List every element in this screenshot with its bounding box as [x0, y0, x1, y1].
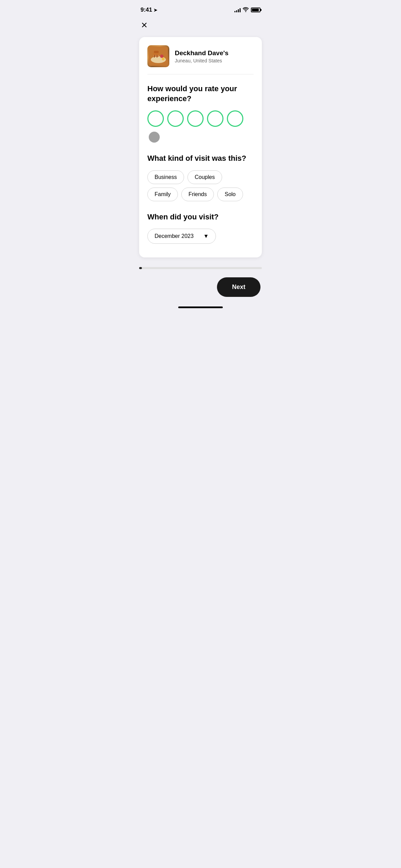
- rating-circle-2[interactable]: [167, 110, 184, 127]
- wifi-icon: [243, 7, 249, 13]
- chip-friends[interactable]: Friends: [181, 188, 214, 201]
- visit-type-section: What kind of visit was this? Business Co…: [147, 154, 254, 201]
- chip-family[interactable]: Family: [147, 188, 178, 201]
- svg-point-5: [160, 55, 163, 58]
- battery-icon: [251, 8, 260, 12]
- restaurant-image: [147, 45, 169, 67]
- rating-slider-handle[interactable]: [149, 132, 160, 143]
- svg-rect-4: [154, 51, 159, 53]
- chip-solo[interactable]: Solo: [217, 188, 243, 201]
- status-time: 9:41 ➤: [141, 7, 157, 13]
- visit-type-question: What kind of visit was this?: [147, 154, 254, 164]
- chevron-down-icon: ▼: [203, 233, 209, 239]
- status-icons: [234, 7, 260, 13]
- restaurant-header: Deckhand Dave's Juneau, United States: [147, 45, 254, 67]
- restaurant-name: Deckhand Dave's: [175, 49, 229, 57]
- progress-section: [134, 260, 267, 273]
- rating-circle-3[interactable]: [187, 110, 204, 127]
- home-bar: [178, 306, 223, 308]
- bottom-section: Next: [134, 273, 267, 304]
- time-label: 9:41: [141, 7, 152, 13]
- location-arrow-icon: ➤: [154, 8, 157, 13]
- rating-question: How would you rate your experience?: [147, 84, 254, 104]
- food-thumbnail: [149, 47, 168, 66]
- restaurant-location: Juneau, United States: [175, 58, 229, 63]
- home-indicator: [134, 304, 267, 314]
- close-icon: [141, 21, 148, 29]
- visit-date-question: When did you visit?: [147, 212, 254, 222]
- close-button[interactable]: [134, 17, 267, 34]
- restaurant-info: Deckhand Dave's Juneau, United States: [175, 49, 229, 63]
- chip-couples[interactable]: Couples: [187, 170, 222, 184]
- rating-circle-1[interactable]: [147, 110, 164, 127]
- rating-circles: [147, 110, 254, 127]
- signal-icon: [234, 8, 241, 12]
- progress-bar-track: [139, 267, 262, 269]
- status-bar: 9:41 ➤: [134, 0, 267, 17]
- svg-point-6: [162, 58, 165, 60]
- rating-circle-5[interactable]: [227, 110, 243, 127]
- next-button[interactable]: Next: [217, 277, 260, 297]
- rating-section: How would you rate your experience?: [147, 84, 254, 143]
- rating-circle-4[interactable]: [207, 110, 223, 127]
- date-dropdown[interactable]: December 2023 ▼: [147, 229, 216, 244]
- visit-type-chips: Business Couples Family Friends Solo: [147, 170, 254, 201]
- visit-date-section: When did you visit? December 2023 ▼: [147, 212, 254, 244]
- review-card: Deckhand Dave's Juneau, United States Ho…: [139, 37, 262, 257]
- selected-date: December 2023: [155, 233, 194, 239]
- chip-business[interactable]: Business: [147, 170, 184, 184]
- divider: [147, 74, 254, 74]
- progress-bar-fill: [139, 267, 142, 269]
